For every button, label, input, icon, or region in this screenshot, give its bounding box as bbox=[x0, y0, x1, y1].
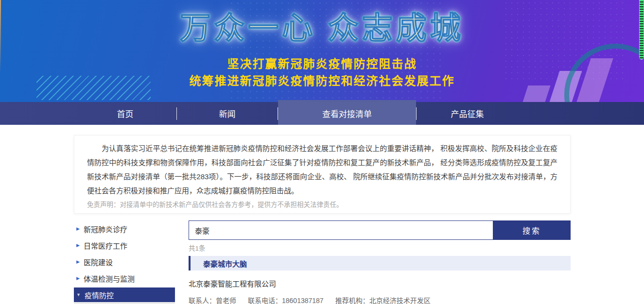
nav-item-product-collection[interactable]: 产品征集 bbox=[417, 102, 518, 125]
sidebar-item-covid-diagnosis[interactable]: ▶ 新冠肺炎诊疗 bbox=[74, 220, 175, 237]
sidebar-item-temperature-monitoring[interactable]: ▶ 体温检测与监测 bbox=[74, 270, 175, 287]
sidebar-item-label: 医院建设 bbox=[84, 257, 113, 267]
results-column: 搜索 共1条 泰豪城市大脑 北京泰豪智能工程有限公司 联系人：曾老师 联系电话：… bbox=[189, 220, 571, 304]
arrow-right-icon: ▶ bbox=[76, 276, 80, 281]
search-button[interactable]: 搜索 bbox=[493, 220, 571, 240]
nav-item-home[interactable]: 首页 bbox=[74, 102, 176, 125]
banner-title: 万众一心 众志成城 bbox=[0, 3, 644, 47]
search-bar: 搜索 bbox=[189, 220, 571, 240]
intro-panel: 为认真落实习近平总书记在统筹推进新冠肺炎疫情防控和经济社会发展工作部署会议上的重… bbox=[74, 135, 571, 214]
category-sidebar: ▶ 新冠肺炎诊疗 ▶ 日常医疗工作 ▶ 医院建设 ▶ 体温检测与监测 ▼ 疫情防… bbox=[74, 220, 175, 304]
sidebar-item-label: 疫情防控 bbox=[85, 290, 114, 300]
main-nav: 首页 新闻 查看对接清单 产品征集 bbox=[0, 102, 644, 125]
result-count: 共1条 bbox=[189, 244, 571, 253]
result-company: 北京泰豪智能工程有限公司 bbox=[189, 278, 571, 288]
sidebar-item-label: 体温检测与监测 bbox=[84, 273, 135, 284]
sidebar-item-epidemic-prevention[interactable]: ▼ 疫情防控 bbox=[74, 287, 175, 302]
result-recommend-org: 推荐机构：北京经济技术开发区 bbox=[335, 295, 431, 304]
sidebar-item-daily-medical[interactable]: ▶ 日常医疗工作 bbox=[74, 237, 175, 253]
sidebar-submenu-strip bbox=[74, 302, 175, 304]
arrow-down-icon: ▼ bbox=[76, 292, 81, 297]
arrow-right-icon: ▶ bbox=[76, 243, 80, 248]
sidebar-item-hospital-construction[interactable]: ▶ 医院建设 bbox=[74, 253, 175, 270]
result-contact-phone: 联系电话：18601387187 bbox=[248, 295, 324, 304]
intro-paragraph: 为认真落实习近平总书记在统筹推进新冠肺炎疫情防控和经济社会发展工作部署会议上的重… bbox=[87, 141, 557, 198]
sidebar-item-label: 新冠肺炎诊疗 bbox=[84, 224, 127, 234]
hero-banner: 万众一心 众志成城 坚决打赢新冠肺炎疫情防控阻击战 统筹推进新冠肺炎疫情防控和经… bbox=[0, 0, 644, 102]
search-input[interactable] bbox=[189, 220, 493, 240]
disclaimer-text: 免责声明：对接清单中的新技术新产品仅供社会各方参考，提供方不承担相关法律责任。 bbox=[87, 200, 557, 210]
arrow-right-icon: ▶ bbox=[76, 259, 80, 264]
result-title: 泰豪城市大脑 bbox=[203, 258, 247, 269]
result-contact-row: 联系人：曾老师 联系电话：18601387187 推荐机构：北京经济技术开发区 bbox=[189, 295, 571, 304]
nav-item-news[interactable]: 新闻 bbox=[177, 102, 278, 125]
banner-slogan-line2: 统筹推进新冠肺炎疫情防控和经济社会发展工作 bbox=[0, 71, 644, 88]
content-row: ▶ 新冠肺炎诊疗 ▶ 日常医疗工作 ▶ 医院建设 ▶ 体温检测与监测 ▼ 疫情防… bbox=[74, 220, 571, 304]
banner-slogan-line1: 坚决打赢新冠肺炎疫情防控阻击战 bbox=[0, 54, 644, 71]
sidebar-item-label: 日常医疗工作 bbox=[84, 240, 127, 251]
result-contact-person: 联系人：曾老师 bbox=[189, 295, 236, 304]
nav-item-matching-list[interactable]: 查看对接清单 bbox=[278, 100, 416, 125]
arrow-right-icon: ▶ bbox=[76, 226, 80, 231]
result-item-header[interactable]: 泰豪城市大脑 bbox=[189, 256, 571, 270]
